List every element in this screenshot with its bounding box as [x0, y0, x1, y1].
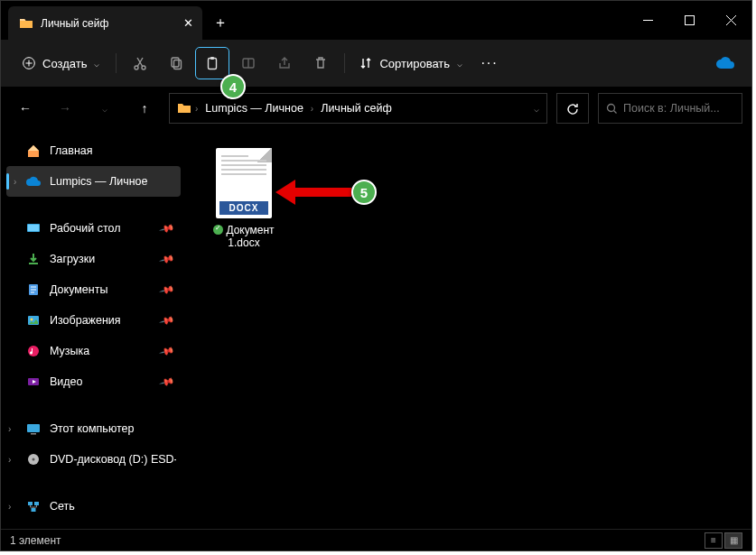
cloud-icon	[26, 174, 41, 189]
sidebar-label: DVD-дисковод (D:) ESD-IS	[50, 453, 176, 466]
tab-title: Личный сейф	[41, 17, 108, 30]
desktop-icon	[26, 221, 41, 236]
create-button[interactable]: Создать ⌵	[14, 48, 108, 79]
sidebar-item-documents[interactable]: Документы 📌	[1, 274, 186, 305]
sidebar-item-dvd[interactable]: › DVD-дисковод (D:) ESD-IS	[1, 444, 186, 475]
sidebar-label: Главная	[50, 144, 93, 157]
chevron-right-icon[interactable]: ›	[8, 424, 11, 434]
refresh-button[interactable]	[556, 93, 589, 124]
chevron-right-icon[interactable]: ›	[14, 177, 16, 187]
paste-icon	[205, 56, 219, 70]
sidebar-item-video[interactable]: Видео 📌	[1, 366, 186, 397]
sidebar-item-pictures[interactable]: Изображения 📌	[1, 305, 186, 336]
sync-check-icon	[213, 225, 223, 235]
sort-icon	[359, 57, 372, 69]
address-bar[interactable]: › Lumpics — Личное › Личный сейф ⌵	[169, 93, 547, 124]
close-window-button[interactable]	[710, 1, 751, 40]
paste-button[interactable]	[196, 48, 229, 79]
svg-rect-7	[210, 57, 214, 60]
share-button[interactable]	[268, 48, 301, 79]
sidebar-item-desktop[interactable]: Рабочий стол 📌	[1, 213, 186, 244]
docx-icon: DOCX	[216, 148, 272, 218]
svg-rect-6	[209, 59, 217, 69]
tab-active[interactable]: Личный сейф ✕	[8, 6, 202, 40]
annotation-badge-4: 4	[220, 74, 246, 99]
file-ext-badge: DOCX	[219, 201, 268, 215]
sort-label: Сортировать	[379, 57, 450, 70]
nav-row: ← → ⌵ ↑ › Lumpics — Личное › Личный сейф…	[1, 87, 751, 130]
annotation-arrow	[294, 188, 351, 197]
svg-rect-18	[27, 424, 40, 432]
view-switcher: ≡ ▦	[705, 532, 742, 549]
svg-rect-5	[174, 60, 182, 69]
file-name: Документ 1.docx	[208, 224, 280, 249]
breadcrumb-item[interactable]: Личный сейф	[317, 102, 396, 115]
forward-button[interactable]: →	[50, 93, 80, 124]
svg-point-21	[33, 458, 35, 461]
svg-point-15	[31, 319, 33, 321]
download-icon	[26, 252, 41, 266]
sort-button[interactable]: Сортировать ⌵	[352, 48, 470, 79]
plus-circle-icon	[23, 57, 35, 69]
music-icon	[26, 344, 41, 358]
pc-icon	[26, 421, 41, 436]
sidebar-item-downloads[interactable]: Загрузки 📌	[1, 244, 186, 274]
sidebar: Главная › Lumpics — Личное Рабочий стол …	[1, 130, 186, 529]
sidebar-item-home[interactable]: Главная	[1, 135, 186, 166]
recent-dropdown[interactable]: ⌵	[89, 93, 120, 124]
cut-button[interactable]	[124, 48, 156, 79]
folder-icon	[177, 101, 191, 116]
delete-button[interactable]	[304, 48, 337, 79]
new-tab-button[interactable]: ＋	[202, 6, 238, 40]
pin-icon: 📌	[159, 251, 176, 267]
sidebar-item-music[interactable]: Музыка 📌	[1, 336, 186, 366]
chevron-down-icon: ⌵	[457, 59, 462, 69]
pin-icon: 📌	[159, 374, 176, 390]
sidebar-label: Видео	[50, 375, 83, 388]
trash-icon	[313, 56, 328, 70]
maximize-button[interactable]	[668, 1, 710, 40]
up-button[interactable]: ↑	[129, 93, 160, 124]
search-input[interactable]: Поиск в: Личный...	[598, 93, 742, 124]
sidebar-label: Сеть	[50, 500, 75, 513]
svg-point-16	[28, 346, 39, 356]
copy-button[interactable]	[160, 48, 192, 79]
view-icons-button[interactable]: ▦	[724, 532, 742, 549]
home-icon	[26, 143, 41, 158]
minimize-button[interactable]	[627, 1, 668, 40]
close-icon[interactable]: ✕	[183, 16, 193, 30]
chevron-down-icon[interactable]: ⌵	[534, 104, 539, 114]
view-details-button[interactable]: ≡	[705, 532, 723, 549]
disc-icon	[26, 452, 41, 467]
svg-rect-22	[28, 502, 33, 505]
pin-icon: 📌	[159, 220, 176, 236]
cut-icon	[133, 56, 147, 70]
status-bar: 1 элемент ≡ ▦	[1, 529, 751, 550]
window-controls	[627, 1, 751, 40]
svg-rect-12	[29, 263, 38, 264]
svg-point-9	[608, 104, 615, 111]
sidebar-item-network[interactable]: › Сеть	[1, 491, 186, 522]
sidebar-label: Загрузки	[50, 253, 95, 265]
annotation-badge-5: 5	[351, 180, 377, 205]
file-item[interactable]: DOCX Документ 1.docx	[208, 148, 280, 249]
copy-icon	[169, 56, 183, 70]
share-icon	[277, 56, 292, 70]
sidebar-label: Этот компьютер	[50, 422, 134, 435]
breadcrumb-item[interactable]: Lumpics — Личное	[201, 102, 307, 115]
network-icon	[26, 499, 41, 513]
more-button[interactable]: ···	[473, 48, 506, 79]
chevron-right-icon[interactable]: ›	[8, 455, 11, 465]
separator	[116, 53, 117, 73]
onedrive-status-icon[interactable]	[715, 57, 735, 69]
sidebar-item-thispc[interactable]: › Этот компьютер	[1, 413, 186, 444]
toolbar: Создать ⌵ Сортировать ⌵ ···	[1, 40, 751, 87]
pin-icon: 📌	[159, 282, 176, 298]
back-button[interactable]: ←	[10, 93, 41, 124]
chevron-right-icon: ›	[311, 104, 313, 114]
sidebar-item-onedrive[interactable]: › Lumpics — Личное	[6, 166, 181, 197]
chevron-right-icon[interactable]: ›	[8, 502, 11, 512]
separator	[344, 53, 345, 73]
content-area[interactable]: DOCX Документ 1.docx	[186, 130, 751, 529]
sidebar-label: Изображения	[50, 314, 121, 327]
